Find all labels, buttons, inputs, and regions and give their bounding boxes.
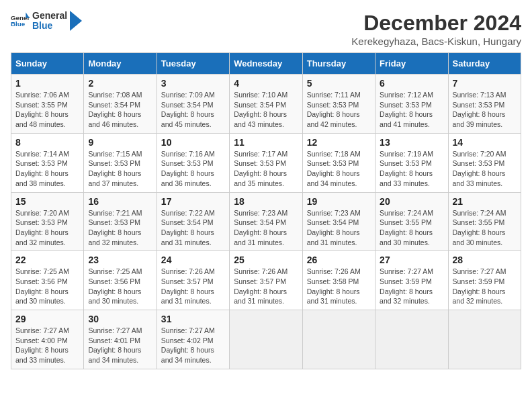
col-wednesday: Wednesday: [230, 53, 302, 75]
calendar-week-row: 22 Sunrise: 7:25 AM Sunset: 3:56 PM Dayl…: [11, 251, 521, 310]
title-block: December 2024 Kerekegyhaza, Bacs-Kiskun,…: [351, 11, 521, 47]
calendar-cell: 30 Sunrise: 7:27 AM Sunset: 4:01 PM Dayl…: [84, 310, 157, 369]
daylight-text: Daylight: 8 hours and 32 minutes.: [88, 228, 141, 246]
calendar-cell: 24 Sunrise: 7:26 AM Sunset: 3:57 PM Dayl…: [157, 251, 229, 310]
day-number: 17: [161, 196, 225, 207]
daylight-text: Daylight: 8 hours and 31 minutes.: [234, 228, 287, 246]
daylight-text: Daylight: 8 hours and 42 minutes.: [307, 110, 360, 128]
sunset-text: Sunset: 3:53 PM: [88, 159, 140, 167]
daylight-text: Daylight: 8 hours and 37 minutes.: [88, 169, 141, 187]
day-info: Sunrise: 7:21 AM Sunset: 3:53 PM Dayligh…: [88, 208, 152, 248]
sunset-text: Sunset: 3:57 PM: [161, 277, 214, 285]
sunset-text: Sunset: 3:56 PM: [15, 277, 68, 285]
sunrise-text: Sunrise: 7:23 AM: [234, 209, 287, 217]
daylight-text: Daylight: 8 hours and 32 minutes.: [453, 287, 506, 306]
day-info: Sunrise: 7:18 AM Sunset: 3:53 PM Dayligh…: [307, 149, 371, 189]
sunrise-text: Sunrise: 7:12 AM: [380, 91, 433, 99]
calendar-cell: 26 Sunrise: 7:26 AM Sunset: 3:58 PM Dayl…: [302, 251, 375, 310]
sunset-text: Sunset: 3:55 PM: [380, 218, 432, 226]
daylight-text: Daylight: 8 hours and 36 minutes.: [161, 169, 214, 187]
day-info: Sunrise: 7:26 AM Sunset: 3:58 PM Dayligh…: [307, 267, 371, 306]
calendar-cell: 23 Sunrise: 7:25 AM Sunset: 3:56 PM Dayl…: [84, 251, 157, 310]
logo: General Blue General Blue: [11, 11, 82, 32]
day-info: Sunrise: 7:16 AM Sunset: 3:53 PM Dayligh…: [161, 149, 225, 189]
daylight-text: Daylight: 8 hours and 31 minutes.: [307, 287, 360, 306]
sunset-text: Sunset: 3:56 PM: [88, 277, 140, 285]
day-info: Sunrise: 7:22 AM Sunset: 3:54 PM Dayligh…: [161, 208, 225, 248]
col-thursday: Thursday: [302, 53, 375, 75]
sunset-text: Sunset: 3:53 PM: [380, 159, 432, 167]
sunset-text: Sunset: 3:53 PM: [161, 159, 214, 167]
day-info: Sunrise: 7:15 AM Sunset: 3:53 PM Dayligh…: [88, 149, 152, 189]
sunrise-text: Sunrise: 7:27 AM: [380, 267, 433, 275]
calendar-cell: 3 Sunrise: 7:09 AM Sunset: 3:54 PM Dayli…: [157, 75, 229, 134]
daylight-text: Daylight: 8 hours and 33 minutes.: [453, 169, 506, 187]
day-info: Sunrise: 7:20 AM Sunset: 3:53 PM Dayligh…: [453, 149, 517, 189]
daylight-text: Daylight: 8 hours and 32 minutes.: [380, 287, 433, 306]
sunrise-text: Sunrise: 7:20 AM: [15, 209, 69, 217]
daylight-text: Daylight: 8 hours and 30 minutes.: [88, 287, 141, 306]
day-number: 14: [453, 137, 517, 148]
calendar-cell: 31 Sunrise: 7:27 AM Sunset: 4:02 PM Dayl…: [157, 310, 229, 369]
sunrise-text: Sunrise: 7:14 AM: [15, 150, 69, 158]
sunrise-text: Sunrise: 7:16 AM: [161, 150, 215, 158]
calendar-cell: 10 Sunrise: 7:16 AM Sunset: 3:53 PM Dayl…: [157, 133, 229, 192]
day-number: 8: [15, 137, 79, 148]
sunrise-text: Sunrise: 7:27 AM: [88, 326, 142, 334]
sunset-text: Sunset: 3:53 PM: [234, 159, 286, 167]
sunset-text: Sunset: 3:59 PM: [380, 277, 432, 285]
calendar-week-row: 15 Sunrise: 7:20 AM Sunset: 3:53 PM Dayl…: [11, 192, 521, 251]
day-number: 11: [234, 137, 298, 148]
sunset-text: Sunset: 3:53 PM: [88, 218, 140, 226]
calendar-cell: 5 Sunrise: 7:11 AM Sunset: 3:53 PM Dayli…: [302, 75, 375, 134]
day-number: 23: [88, 255, 152, 265]
calendar-cell: 12 Sunrise: 7:18 AM Sunset: 3:53 PM Dayl…: [302, 133, 375, 192]
sunset-text: Sunset: 4:00 PM: [15, 336, 68, 345]
sunset-text: Sunset: 3:54 PM: [88, 101, 140, 109]
sunset-text: Sunset: 3:53 PM: [453, 101, 505, 109]
daylight-text: Daylight: 8 hours and 31 minutes.: [307, 228, 360, 246]
sunrise-text: Sunrise: 7:24 AM: [380, 209, 433, 217]
sunrise-text: Sunrise: 7:09 AM: [161, 91, 215, 99]
day-info: Sunrise: 7:08 AM Sunset: 3:54 PM Dayligh…: [88, 90, 152, 130]
sunrise-text: Sunrise: 7:27 AM: [453, 267, 506, 275]
day-info: Sunrise: 7:17 AM Sunset: 3:53 PM Dayligh…: [234, 149, 298, 189]
day-number: 15: [15, 196, 79, 207]
sunrise-text: Sunrise: 7:17 AM: [234, 150, 287, 158]
daylight-text: Daylight: 8 hours and 34 minutes.: [161, 346, 214, 364]
calendar-cell: 22 Sunrise: 7:25 AM Sunset: 3:56 PM Dayl…: [11, 251, 84, 310]
sunrise-text: Sunrise: 7:22 AM: [161, 209, 215, 217]
sunset-text: Sunset: 3:53 PM: [380, 101, 432, 109]
day-number: 31: [161, 314, 225, 324]
calendar-cell: 8 Sunrise: 7:14 AM Sunset: 3:53 PM Dayli…: [11, 133, 84, 192]
day-number: 18: [234, 196, 298, 207]
calendar-cell: 14 Sunrise: 7:20 AM Sunset: 3:53 PM Dayl…: [448, 133, 521, 192]
sunrise-text: Sunrise: 7:23 AM: [307, 209, 361, 217]
calendar-cell: 13 Sunrise: 7:19 AM Sunset: 3:53 PM Dayl…: [375, 133, 448, 192]
sunset-text: Sunset: 3:57 PM: [234, 277, 286, 285]
sunrise-text: Sunrise: 7:27 AM: [161, 326, 215, 334]
day-info: Sunrise: 7:26 AM Sunset: 3:57 PM Dayligh…: [161, 267, 225, 306]
sunrise-text: Sunrise: 7:25 AM: [15, 267, 69, 275]
calendar-cell: 2 Sunrise: 7:08 AM Sunset: 3:54 PM Dayli…: [84, 75, 157, 134]
calendar-cell: 1 Sunrise: 7:06 AM Sunset: 3:55 PM Dayli…: [11, 75, 84, 134]
daylight-text: Daylight: 8 hours and 31 minutes.: [161, 228, 214, 246]
logo-general-text: General: [32, 11, 67, 21]
daylight-text: Daylight: 8 hours and 41 minutes.: [380, 110, 433, 128]
sunset-text: Sunset: 3:58 PM: [307, 277, 359, 285]
daylight-text: Daylight: 8 hours and 31 minutes.: [234, 287, 287, 306]
day-info: Sunrise: 7:27 AM Sunset: 4:02 PM Dayligh…: [161, 326, 225, 365]
day-info: Sunrise: 7:24 AM Sunset: 3:55 PM Dayligh…: [380, 208, 443, 248]
sunrise-text: Sunrise: 7:27 AM: [15, 326, 69, 334]
day-number: 5: [307, 78, 371, 89]
sunset-text: Sunset: 3:54 PM: [161, 101, 214, 109]
day-number: 20: [380, 196, 443, 207]
day-info: Sunrise: 7:26 AM Sunset: 3:57 PM Dayligh…: [234, 267, 298, 306]
sunrise-text: Sunrise: 7:20 AM: [453, 150, 506, 158]
day-number: 12: [307, 137, 371, 148]
day-number: 22: [15, 255, 79, 265]
sunrise-text: Sunrise: 7:13 AM: [453, 91, 506, 99]
day-info: Sunrise: 7:12 AM Sunset: 3:53 PM Dayligh…: [380, 90, 443, 130]
sunrise-text: Sunrise: 7:10 AM: [234, 91, 287, 99]
logo-arrow-icon: [70, 11, 82, 31]
